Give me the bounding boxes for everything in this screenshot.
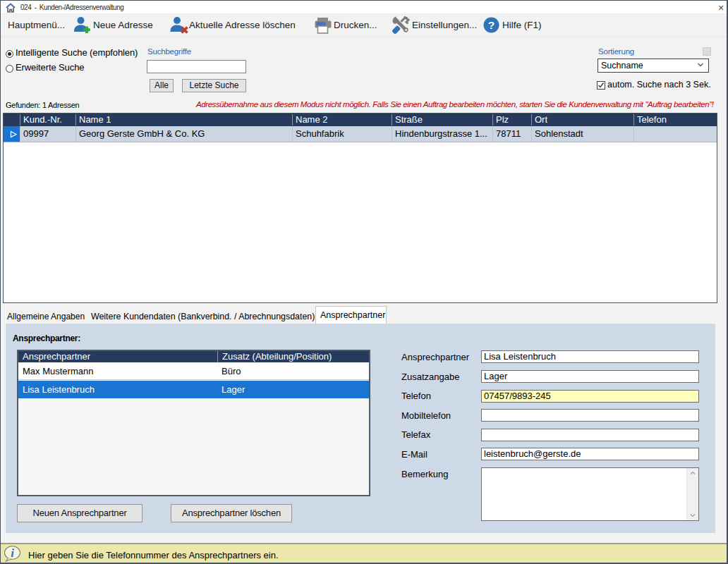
svg-text:i: i <box>11 546 14 560</box>
svg-text:?: ? <box>488 19 495 31</box>
